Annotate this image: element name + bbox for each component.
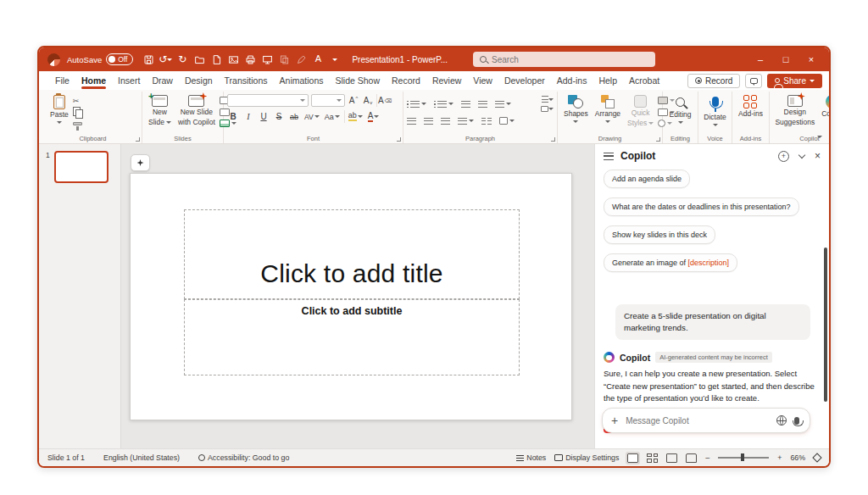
comments-button[interactable] — [745, 74, 762, 88]
draw-pen-button[interactable] — [292, 52, 309, 67]
undo-button[interactable]: ↺ — [157, 52, 174, 67]
notes-toggle[interactable]: Notes — [516, 453, 546, 462]
redo-button[interactable]: ↻ — [174, 52, 191, 67]
slide-sorter-view-button[interactable] — [647, 453, 658, 463]
search-input[interactable] — [492, 55, 648, 64]
text-direction-button[interactable] — [542, 96, 554, 103]
slide-editing-surface[interactable]: Click to add title Click to add subtitle — [130, 173, 572, 420]
zoom-out-button[interactable]: – — [705, 453, 709, 462]
tab-draw[interactable]: Draw — [146, 73, 179, 89]
clear-formatting-button[interactable]: A⌫ — [376, 94, 392, 107]
title-placeholder[interactable]: Click to add title — [184, 209, 520, 299]
tab-developer[interactable]: Developer — [498, 73, 551, 89]
record-button[interactable]: Record — [687, 74, 740, 88]
italic-button[interactable]: I — [242, 110, 254, 123]
insert-picture-button[interactable] — [225, 52, 242, 67]
tab-transitions[interactable]: Transitions — [219, 73, 274, 89]
start-slideshow-button[interactable] — [259, 52, 275, 67]
copilot-canvas-button[interactable] — [131, 154, 150, 171]
zoom-slider[interactable] — [718, 457, 769, 458]
tab-insert[interactable]: Insert — [112, 73, 146, 89]
cut-button[interactable]: ✂ — [73, 95, 82, 106]
suggestion-chip-deadlines[interactable]: What are the dates or deadlines in this … — [604, 197, 799, 216]
scrollbar-thumb[interactable] — [824, 248, 827, 402]
highlight-color-button[interactable]: ab — [344, 110, 364, 123]
slide-thumbnail[interactable] — [54, 151, 108, 183]
format-painter-button[interactable] — [73, 118, 82, 129]
undo-dropdown-icon[interactable] — [167, 58, 172, 61]
zoom-level[interactable]: 66% — [790, 453, 805, 462]
smartart-button[interactable] — [499, 117, 515, 125]
text-shadow-button[interactable]: ab — [288, 110, 300, 123]
suggestion-chip-agenda[interactable]: Add an agenda slide — [604, 170, 690, 188]
open-file-button[interactable] — [191, 52, 208, 67]
align-right-button[interactable] — [441, 118, 450, 125]
bullets-button[interactable] — [407, 101, 426, 108]
zoom-slider-thumb[interactable] — [741, 453, 744, 461]
suggestion-chip-generate-image[interactable]: Generate an image of [description] — [604, 253, 737, 272]
close-panel-button[interactable]: × — [815, 150, 821, 162]
paste-button[interactable]: Paste — [47, 93, 71, 125]
strikethrough-button[interactable]: S — [273, 110, 285, 123]
collapse-ribbon-button[interactable] — [817, 136, 822, 138]
new-file-button[interactable] — [208, 52, 225, 67]
autosave-toggle[interactable]: Off — [106, 53, 133, 65]
fit-slide-to-window-button[interactable] — [812, 453, 821, 462]
print-button[interactable] — [242, 52, 259, 67]
bold-button[interactable]: B — [227, 110, 239, 123]
increase-indent-button[interactable] — [478, 101, 487, 108]
font-color-button[interactable]: A — [309, 52, 326, 67]
paragraph-dialog-launcher[interactable] — [551, 137, 555, 142]
addins-button[interactable]: Add-ins — [736, 93, 765, 120]
drawing-dialog-launcher[interactable] — [656, 137, 660, 142]
increase-font-size-button[interactable]: A^ — [348, 94, 359, 107]
tab-help[interactable]: Help — [593, 73, 623, 89]
font-name-combobox[interactable] — [227, 94, 309, 107]
autosave-control[interactable]: AutoSave Off — [67, 53, 133, 65]
underline-button[interactable]: U — [258, 110, 270, 123]
font-color-ribbon-button[interactable]: A — [367, 110, 381, 123]
dictate-button[interactable]: Dictate — [701, 93, 728, 128]
minimize-button[interactable]: – — [748, 49, 773, 70]
tab-animations[interactable]: Animations — [274, 73, 330, 89]
justify-button[interactable] — [458, 118, 474, 125]
language-status[interactable]: English (United States) — [103, 453, 180, 462]
editing-button[interactable]: Editing — [667, 93, 694, 125]
line-spacing-button[interactable] — [495, 101, 511, 108]
numbering-button[interactable] — [434, 101, 453, 108]
reading-view-button[interactable] — [666, 453, 677, 463]
subtitle-placeholder[interactable]: Click to add subtitle — [184, 299, 520, 375]
clipboard-dialog-launcher[interactable] — [136, 137, 140, 142]
tab-add-ins[interactable]: Add-ins — [551, 73, 593, 89]
tab-design[interactable]: Design — [179, 73, 219, 89]
arrange-button[interactable]: Arrange — [593, 93, 623, 125]
share-button[interactable]: Share — [767, 74, 822, 88]
shapes-button[interactable]: Shapes — [561, 93, 591, 125]
tab-slide-show[interactable]: Slide Show — [330, 73, 387, 89]
zoom-in-button[interactable]: + — [777, 453, 782, 462]
decrease-indent-button[interactable] — [461, 101, 470, 108]
font-size-combobox[interactable] — [311, 94, 345, 107]
copy-small-button[interactable] — [73, 107, 82, 118]
design-suggestions-button[interactable]: Design Suggestions — [772, 93, 817, 129]
new-slide-button[interactable]: + New Slide — [146, 93, 174, 129]
slide-count-status[interactable]: Slide 1 of 1 — [47, 453, 85, 462]
copilot-input-box[interactable]: + — [602, 408, 810, 433]
decrease-font-size-button[interactable]: Av — [362, 94, 374, 107]
chevron-down-icon[interactable] — [798, 151, 805, 158]
maximize-button[interactable]: □ — [773, 49, 798, 70]
new-chat-button[interactable]: + — [778, 151, 789, 162]
character-spacing-button[interactable]: AV — [303, 110, 320, 123]
customize-toolbar-button[interactable] — [326, 52, 343, 67]
save-button[interactable] — [140, 52, 157, 67]
align-left-button[interactable] — [407, 118, 416, 125]
columns-button[interactable] — [481, 118, 492, 125]
message-copilot-input[interactable] — [626, 416, 769, 425]
tab-view[interactable]: View — [467, 73, 498, 89]
tab-record[interactable]: Record — [386, 73, 426, 89]
font-dialog-launcher[interactable] — [397, 137, 401, 142]
quick-styles-button[interactable]: Quick Styles — [625, 93, 656, 130]
tab-home[interactable]: Home — [75, 73, 112, 89]
new-slide-with-copilot-button[interactable]: New Slide with Copilot — [175, 93, 218, 129]
menu-icon[interactable] — [604, 153, 614, 160]
